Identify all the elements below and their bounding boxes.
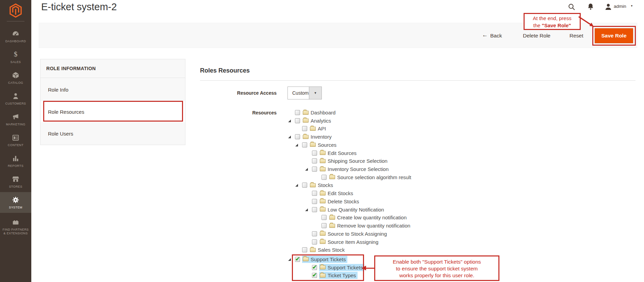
page-title: E-ticket system-2 (41, 1, 117, 13)
tree-row: Low Quantity Notification (0, 206, 644, 214)
tree-node[interactable]: Shipping Source Selection (319, 157, 389, 164)
tree-checkbox[interactable] (295, 134, 300, 139)
expand-triangle-icon[interactable] (305, 208, 308, 211)
tree-node[interactable]: Create low quantity notification (329, 214, 408, 221)
sidebar-item-stores[interactable]: STORES (0, 171, 31, 192)
dropdown-arrow-box[interactable]: ▼ (309, 87, 321, 99)
reset-button[interactable]: Reset (569, 33, 583, 39)
tree-label[interactable]: Shipping Source Selection (328, 158, 387, 164)
tree-label[interactable]: Stocks (318, 182, 333, 188)
sidebar-item-customers[interactable]: CUSTOMERS (0, 88, 31, 109)
tree-row: Sources (0, 141, 644, 149)
tree-checkbox-checked[interactable] (295, 257, 300, 262)
tree-checkbox[interactable] (302, 247, 307, 252)
tab-role-info[interactable]: Role Info (40, 78, 185, 101)
tree-label[interactable]: Inventory (311, 134, 332, 140)
tree-label[interactable]: Edit Sources (328, 150, 357, 156)
tree-node[interactable]: Ticket Types (319, 272, 358, 279)
sidebar-item-marketing[interactable]: MARKETING (0, 109, 31, 130)
folder-icon (329, 216, 335, 220)
tree-node[interactable]: Support Tickets (319, 264, 364, 271)
tree-label[interactable]: API (318, 126, 326, 131)
tree-label[interactable]: Analytics (311, 118, 331, 124)
magento-logo[interactable] (0, 0, 31, 21)
tree-node[interactable]: Dashboard (302, 109, 337, 116)
tree-node[interactable]: Support Tickets (302, 256, 347, 263)
tree-checkbox[interactable] (312, 207, 317, 212)
tree-checkbox[interactable] (295, 118, 300, 123)
expand-triangle-icon[interactable] (295, 144, 298, 146)
back-arrow-icon[interactable]: ← (482, 32, 488, 38)
tree-checkbox[interactable] (302, 142, 307, 147)
tree-label[interactable]: Sales Stock (318, 247, 345, 253)
tree-label[interactable]: Support Tickets (311, 256, 346, 262)
search-icon[interactable] (567, 3, 576, 11)
tree-node[interactable]: Analytics (302, 117, 333, 124)
tree-checkbox[interactable] (312, 191, 317, 196)
tree-checkbox[interactable] (302, 183, 307, 188)
delete-role-button[interactable]: Delete Role (523, 33, 550, 39)
tree-node[interactable]: Remove low quantity notification (329, 222, 412, 229)
tree-label[interactable]: Edit Stocks (328, 190, 353, 196)
sidebar-item-system[interactable]: SYSTEM (0, 192, 31, 213)
tree-checkbox[interactable] (312, 151, 317, 156)
sidebar-item-dashboard[interactable]: DASHBOARD (0, 26, 31, 47)
resource-access-select[interactable]: Custom ▼ (287, 87, 322, 99)
tree-node[interactable]: Inventory (302, 133, 333, 140)
tree-node[interactable]: Low Quantity Notification (319, 206, 386, 213)
tree-node[interactable]: Source selection algorithm result (329, 174, 413, 181)
expand-triangle-icon[interactable] (288, 258, 291, 261)
tree-checkbox[interactable] (321, 175, 327, 180)
sidebar-item-find-partners-extensions[interactable]: FIND PARTNERS & EXTENSIONS (0, 213, 31, 240)
tree-label[interactable]: Low Quantity Notification (328, 207, 384, 213)
user-avatar-icon[interactable] (604, 3, 612, 11)
tree-node[interactable]: Source Item Assigning (319, 238, 380, 246)
tree-checkbox[interactable] (321, 223, 327, 228)
tree-checkbox[interactable] (321, 215, 327, 220)
tree-label[interactable]: Support Tickets (328, 265, 363, 270)
tree-node[interactable]: Source to Stock Assigning (319, 230, 389, 237)
sidebar-item-content[interactable]: CONTENT (0, 130, 31, 151)
tree-label[interactable]: Ticket Types (328, 272, 356, 278)
tree-node[interactable]: Sources (309, 141, 338, 148)
tree-checkbox[interactable] (312, 199, 317, 204)
back-button[interactable]: Back (490, 33, 502, 39)
tree-node[interactable]: Edit Stocks (319, 190, 355, 197)
tree-node[interactable]: Delete Stocks (319, 198, 361, 205)
tree-label[interactable]: Dashboard (311, 110, 335, 115)
tree-checkbox[interactable] (312, 231, 317, 236)
tree-checkbox[interactable] (312, 239, 317, 245)
expand-triangle-icon[interactable] (288, 120, 291, 122)
notifications-bell-icon[interactable] (587, 3, 595, 11)
sidebar-item-catalog[interactable]: CATALOG (0, 67, 31, 88)
sidebar-item-sales[interactable]: $ SALES (0, 47, 31, 67)
tree-label[interactable]: Source selection algorithm result (337, 174, 411, 180)
tree-label[interactable]: Source to Stock Assigning (328, 231, 387, 237)
tree-label[interactable]: Sources (318, 142, 336, 148)
admin-caret-icon[interactable]: ▼ (630, 4, 633, 7)
tree-node[interactable]: Edit Sources (319, 150, 358, 157)
tree-label[interactable]: Create low quantity notification (337, 215, 407, 220)
system-icon (12, 196, 20, 204)
tree-checkbox[interactable] (295, 110, 300, 115)
sidebar-item-reports[interactable]: REPORTS (0, 151, 31, 171)
tree-node[interactable]: Inventory Source Selection (319, 166, 390, 173)
tree-node[interactable]: Sales Stock (309, 246, 346, 253)
tree-node[interactable]: Stocks (309, 182, 335, 189)
tree-node[interactable]: API (309, 125, 328, 132)
tree-label[interactable]: Remove low quantity notification (337, 223, 410, 229)
tree-checkbox[interactable] (312, 167, 317, 172)
tree-label[interactable]: Delete Stocks (328, 199, 359, 204)
tree-checkbox[interactable] (302, 126, 307, 131)
expand-triangle-icon[interactable] (295, 184, 298, 187)
expand-triangle-icon[interactable] (305, 168, 308, 171)
save-role-button[interactable]: Save Role (595, 28, 633, 43)
tree-checkbox[interactable] (312, 158, 317, 163)
expand-triangle-icon[interactable] (288, 136, 291, 138)
tree-label[interactable]: Source Item Assigning (328, 239, 378, 245)
folder-icon (320, 265, 326, 269)
tree-label[interactable]: Inventory Source Selection (328, 166, 389, 172)
tree-checkbox-checked[interactable] (312, 273, 317, 278)
tree-checkbox-checked[interactable] (312, 265, 317, 270)
admin-username[interactable]: admin (614, 4, 626, 9)
